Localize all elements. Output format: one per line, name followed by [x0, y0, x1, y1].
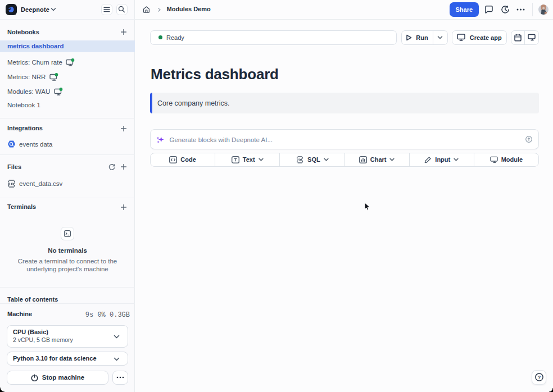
svg-text:?: ?	[537, 375, 541, 380]
